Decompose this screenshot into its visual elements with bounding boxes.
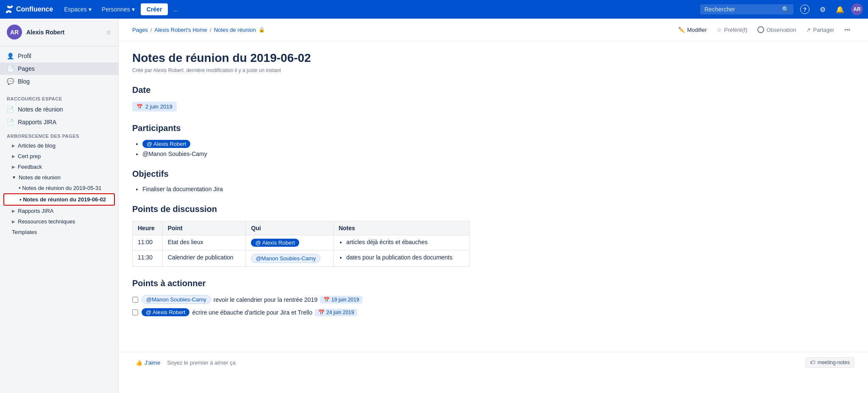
pages-icon: 📄 — [7, 65, 14, 72]
more-actions-button[interactable]: ••• — [840, 24, 854, 36]
nav-more-button[interactable]: ... — [170, 3, 181, 15]
list-item: @Manon Soubies-Camy — [142, 151, 470, 157]
partager-button[interactable]: ↗ Partager — [802, 24, 838, 36]
tree-articles-blog[interactable]: ▶ Articles de blog — [0, 140, 118, 151]
modifier-button[interactable]: ✏️ Modifier — [674, 24, 711, 36]
objectifs-list: Finaliser la documentation Jira — [132, 186, 470, 192]
mention-alexis[interactable]: @ Alexis Robert — [142, 140, 190, 148]
action-item-2: @ Alexis Robert écrire une ébauche d'art… — [132, 308, 470, 316]
search-input[interactable] — [704, 6, 782, 13]
search-box[interactable]: 🔍 — [700, 4, 793, 14]
table-row: 11:00 Etat des lieux @ Alexis Robert art… — [133, 235, 470, 251]
tag-badge[interactable]: 🏷 meeting-notes — [805, 357, 854, 368]
tree-ressources[interactable]: ▶ Ressources techniques — [0, 216, 118, 227]
sidebar-label-profil: Profil — [18, 53, 31, 59]
sidebar-avatar[interactable]: AR — [7, 25, 22, 40]
shortcut-notes-icon: 📄 — [7, 106, 14, 113]
sidebar-item-pages[interactable]: 📄 Pages — [0, 62, 118, 75]
sidebar-label-blog: Blog — [18, 78, 30, 85]
sidebar-shortcut-jira[interactable]: 📄 Rapports JIRA — [0, 116, 118, 128]
list-item: Finaliser la documentation Jira — [142, 186, 470, 192]
logo-text: Confluence — [16, 6, 53, 13]
notifications-button[interactable]: 🔔 — [832, 3, 848, 16]
sidebar-shortcut-notes[interactable]: 📄 Notes de réunion — [0, 103, 118, 116]
date-value: 2 juin 2019 — [145, 103, 172, 110]
create-button[interactable]: Créer — [141, 3, 168, 15]
tree-feedback[interactable]: ▶ Feedback — [0, 162, 118, 172]
participants-list: @ Alexis Robert @Manon Soubies-Camy — [132, 140, 470, 157]
table-mention-manon[interactable]: @Manon Soubies-Camy — [251, 254, 320, 263]
breadcrumb: Pages / Alexis Robert's Home / Notes de … — [132, 27, 265, 33]
help-button[interactable]: ? — [797, 2, 813, 17]
confluence-logo[interactable]: Confluence — [5, 5, 53, 14]
sidebar-item-blog[interactable]: 💬 Blog — [0, 75, 118, 88]
tree-section-title: ARBORESCENCE DES PAGES — [0, 128, 118, 140]
participants-heading: Participants — [132, 123, 470, 135]
row2-qui: @Manon Soubies-Camy — [246, 251, 333, 267]
table-mention-alexis[interactable]: @ Alexis Robert — [251, 239, 299, 247]
actions-section: Points à actionner @Manon Soubies-Camy r… — [132, 279, 470, 316]
like-button[interactable]: 👍 J'aime — [132, 358, 164, 368]
edit-icon: ✏️ — [678, 27, 685, 33]
sidebar-item-profil[interactable]: 👤 Profil — [0, 50, 118, 62]
star-icon: ☆ — [717, 27, 722, 33]
cal-icon-1: 📅 — [323, 297, 330, 303]
row2-notes: dates pour la publication des documents — [333, 251, 469, 267]
nav-espaces[interactable]: Espaces ▾ — [60, 3, 96, 15]
sidebar-label-pages: Pages — [18, 65, 35, 72]
share-icon: ↗ — [806, 27, 811, 33]
table-row: 11:30 Calendrier de publication @Manon S… — [133, 251, 470, 267]
sidebar-user-section: AR Alexis Robert ☆ — [0, 19, 118, 46]
col-point: Point — [162, 221, 246, 235]
objectifs-section: Objectifs Finaliser la documentation Jir… — [132, 169, 470, 192]
action-mention-alexis[interactable]: @ Alexis Robert — [142, 308, 189, 316]
objectifs-heading: Objectifs — [132, 169, 470, 181]
action-mention-manon[interactable]: @Manon Soubies-Camy — [142, 295, 211, 304]
objectif-text: Finaliser la documentation Jira — [142, 186, 223, 192]
app-layout: AR Alexis Robert ☆ 👤 Profil 📄 Pages 💬 Bl… — [0, 19, 868, 393]
tree-rapports-jira[interactable]: ▶ Rapports JIRA — [0, 206, 118, 216]
cal-icon-2: 📅 — [318, 309, 325, 315]
thumbs-up-icon: 👍 — [136, 360, 142, 366]
action-checkbox-1[interactable] — [132, 297, 138, 303]
discussion-section: Points de discussion Heure Point Qui Not… — [132, 204, 470, 267]
top-navigation: Confluence Espaces ▾ Personnes ▾ Créer .… — [0, 0, 868, 19]
tree-templates[interactable]: Templates — [0, 227, 118, 237]
breadcrumb-home[interactable]: Alexis Robert's Home — [155, 27, 208, 33]
mention-manon[interactable]: @Manon Soubies-Camy — [142, 151, 207, 157]
tag-value: meeting-notes — [818, 360, 850, 365]
tree-notes-2019-06-02[interactable]: • Notes de réunion du 2019-06-02 — [3, 193, 115, 206]
observation-button[interactable]: Observation — [753, 24, 800, 36]
lock-icon: 🔒 — [259, 27, 265, 33]
date-badge: 📅 2 juin 2019 — [132, 102, 177, 111]
prefere-button[interactable]: ☆ Préféré(f) — [712, 24, 751, 36]
breadcrumb-notes[interactable]: Notes de réunion — [214, 27, 256, 33]
tag-icon: 🏷 — [810, 360, 815, 365]
action-item-1: @Manon Soubies-Camy revoir le calendrier… — [132, 295, 470, 304]
star-icon[interactable]: ☆ — [106, 29, 111, 36]
breadcrumb-pages[interactable]: Pages — [132, 27, 148, 33]
page-meta: Créé par Alexis Robert, dernière modific… — [132, 67, 470, 73]
user-avatar[interactable]: AR — [851, 3, 863, 15]
date-section: Date 📅 2 juin 2019 — [132, 85, 470, 111]
row1-point: Etat des lieux — [162, 235, 246, 251]
shortcut-jira-icon: 📄 — [7, 119, 14, 125]
like-text: Soyez le premier à aimer ça — [167, 360, 236, 366]
shortcuts-section-title: RACCOURCIS ESPACE — [0, 91, 118, 103]
action-checkbox-2[interactable] — [132, 309, 138, 315]
settings-icon: ⚙ — [820, 6, 826, 14]
eye-icon — [757, 26, 764, 33]
page-actions: ✏️ Modifier ☆ Préféré(f) Observation ↗ P… — [674, 24, 854, 36]
action-date-2: 📅 24 juin 2019 — [315, 309, 357, 316]
expand-icon: ▶ — [12, 219, 15, 224]
date-heading: Date — [132, 85, 470, 97]
sidebar-nav: 👤 Profil 📄 Pages 💬 Blog — [0, 46, 118, 91]
avatar-initials: AR — [853, 6, 860, 12]
tree-notes-reunion[interactable]: ▼ Notes de réunion — [0, 172, 118, 183]
participants-section: Participants @ Alexis Robert @Manon Soub… — [132, 123, 470, 157]
tree-cert-prep[interactable]: ▶ Cert prep — [0, 151, 118, 162]
expand-icon: ▶ — [12, 154, 15, 159]
settings-button[interactable]: ⚙ — [816, 3, 829, 16]
tree-notes-2019-05-31[interactable]: • Notes de réunion du 2019-05-31 — [0, 183, 118, 193]
nav-personnes[interactable]: Personnes ▾ — [97, 3, 139, 15]
